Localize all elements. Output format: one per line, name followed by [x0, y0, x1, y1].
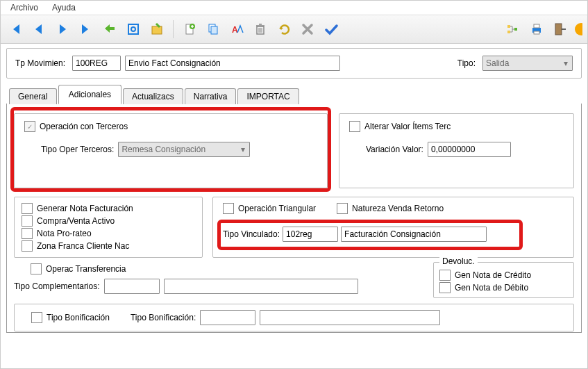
checkbox-generar-nota-facturacion[interactable] [22, 203, 33, 214]
last-record-button[interactable] [76, 19, 96, 40]
label-tipo-bonificacion: Tipo Bonificación [47, 313, 110, 322]
tab-importac[interactable]: IMPORTAC [237, 88, 299, 104]
group-operacion-terceros: Operación con Terceros Tipo Oper Tercero… [14, 113, 328, 188]
tab-narrativa[interactable]: Narrativa [185, 88, 237, 104]
tipo-label: Tipo: [457, 58, 476, 68]
search-button[interactable] [123, 19, 144, 40]
label-compra-venta-activo: Compra/Venta Activo [37, 216, 115, 226]
label-operac-transferencia: Operac Transferencia [46, 264, 126, 274]
tp-movimien-desc-input[interactable] [125, 56, 340, 71]
tipo-vinculado-desc-input[interactable] [341, 227, 487, 242]
group-right-vinculado: Operación Triangular Natureza Venda Reto… [212, 197, 574, 258]
label-operacion-terceros: Operación con Terceros [40, 122, 128, 131]
checkbox-nota-prorateo[interactable] [22, 228, 33, 239]
tipo-oper-terceros-select[interactable]: Remesa Consignación ▾ [118, 142, 250, 157]
svg-point-17 [575, 23, 582, 35]
label-nota-prorateo: Nota Pro-rateo [37, 229, 92, 238]
font-button[interactable]: A [226, 19, 247, 40]
tipo-bonificacion-code-input[interactable] [200, 310, 255, 325]
menu-help[interactable]: Ayuda [45, 1, 83, 14]
group-left-checks: Generar Nota Facturación Compra/Venta Ac… [14, 197, 203, 258]
toolbar-separator [173, 20, 174, 38]
new-button[interactable] [179, 19, 200, 40]
cancel-button[interactable] [297, 19, 318, 40]
label-gen-nota-credito: Gen Nota de Crédito [455, 270, 531, 280]
checkbox-natureza-venda-retorno[interactable] [337, 203, 348, 214]
print-button[interactable] [526, 19, 547, 40]
svg-rect-14 [534, 31, 539, 34]
svg-rect-2 [152, 26, 162, 34]
svg-rect-13 [534, 24, 539, 28]
svg-rect-11 [514, 28, 517, 31]
checkbox-zona-franca[interactable] [22, 240, 33, 252]
tipo-select[interactable]: Salida ▾ [482, 56, 573, 71]
tipo-complementarios-label: Tipo Complementarios: [14, 281, 100, 291]
group-devoluc: Devoluc. Gen Nota de Crédito Gen Nota de… [433, 262, 574, 298]
chevron-down-icon: ▾ [564, 58, 568, 68]
browse-button[interactable] [146, 19, 167, 40]
tab-strip: General Adicionales Actualizacs Narrativ… [6, 84, 582, 104]
confirm-button[interactable] [321, 19, 342, 40]
tab-adicionales[interactable]: Adicionales [58, 85, 121, 104]
checkbox-gen-nota-debito[interactable] [439, 282, 451, 293]
group-alterar-valor: Alterar Valor Ítems Terc Variación Valor… [339, 113, 574, 188]
label-generar-nota-facturacion: Generar Nota Facturación [37, 204, 133, 213]
delete-button[interactable] [250, 19, 271, 40]
copy-button[interactable] [203, 19, 224, 40]
toolbar: A [1, 15, 587, 44]
tipo-complementarios-code-input[interactable] [104, 279, 160, 294]
label-operacion-triangular: Operación Triangular [238, 204, 316, 213]
app-window: Archivo Ayuda A Tp Movimien: [0, 0, 588, 369]
checkbox-operac-transferencia[interactable] [31, 263, 42, 274]
tp-movimien-code-input[interactable] [72, 56, 121, 71]
undo-button[interactable] [274, 19, 294, 40]
checkbox-alterar-valor[interactable] [349, 121, 360, 132]
tree-button[interactable] [503, 19, 523, 40]
next-record-button[interactable] [52, 19, 73, 40]
return-button[interactable] [99, 19, 120, 40]
svg-text:A: A [232, 25, 238, 35]
tipo-complementarios-desc-input[interactable] [164, 279, 358, 294]
tipo-bonificacion-field-label: Tipo Bonificación: [131, 313, 196, 322]
exit-button[interactable] [550, 19, 571, 40]
tipo-oper-terceros-value: Remesa Consignación [121, 145, 205, 154]
tab-general[interactable]: General [9, 88, 57, 104]
svg-rect-15 [555, 24, 562, 35]
content-area: Tp Movimien: Tipo: Salida ▾ General Adic… [1, 41, 587, 368]
tipo-oper-terceros-label: Tipo Oper Terceros: [41, 145, 114, 154]
checkbox-tipo-bonificacion[interactable] [31, 312, 42, 323]
label-alterar-valor: Alterar Valor Ítems Terc [364, 122, 451, 131]
header-fieldset: Tp Movimien: Tipo: Salida ▾ [6, 48, 582, 79]
svg-rect-6 [211, 26, 217, 34]
tab-actualizacs[interactable]: Actualizacs [123, 88, 183, 104]
label-natureza-venda-retorno: Natureza Venda Retorno [352, 204, 444, 213]
variacion-valor-input[interactable] [428, 142, 511, 157]
svg-rect-10 [507, 31, 510, 33]
menu-file[interactable]: Archivo [3, 1, 45, 14]
svg-point-1 [131, 27, 135, 31]
tp-movimien-label: Tp Movimien: [15, 58, 65, 68]
tipo-bonificacion-desc-input[interactable] [260, 310, 440, 325]
menu-bar: Archivo Ayuda [1, 1, 587, 15]
help-button[interactable] [573, 19, 583, 40]
chevron-down-icon: ▾ [241, 145, 245, 154]
checkbox-operacion-triangular[interactable] [223, 203, 234, 214]
prev-record-button[interactable] [28, 19, 49, 40]
checkbox-gen-nota-credito[interactable] [439, 270, 451, 281]
checkbox-compra-venta-activo[interactable] [22, 215, 33, 227]
svg-rect-9 [507, 25, 510, 28]
label-gen-nota-debito: Gen Nota de Débito [455, 283, 528, 293]
svg-rect-0 [128, 24, 138, 34]
label-zona-franca: Zona Franca Cliente Nac [37, 241, 129, 251]
checkbox-operacion-terceros[interactable] [24, 121, 35, 132]
variacion-valor-label: Variación Valor: [366, 145, 423, 154]
group-devoluc-title: Devoluc. [439, 256, 478, 266]
first-record-button[interactable] [5, 19, 26, 40]
tipo-vinculado-label: Tipo Vinculado: [223, 229, 280, 239]
group-tipo-bonificacion: Tipo Bonificación Tipo Bonificación: [14, 304, 574, 331]
tipo-value: Salida [486, 58, 509, 68]
tab-body-adicionales: Operación con Terceros Tipo Oper Tercero… [6, 104, 582, 333]
tipo-vinculado-code-input[interactable] [283, 227, 338, 242]
